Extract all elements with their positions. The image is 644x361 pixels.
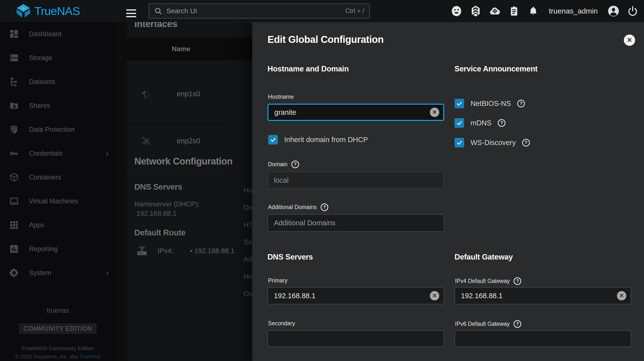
hostname-field-label: Hostname — [268, 94, 294, 100]
ipv4-gateway-input-wrap: ✕ — [454, 287, 631, 304]
global-search[interactable]: Ctrl + / — [149, 4, 370, 19]
dns-servers-section-title: DNS Servers — [268, 253, 313, 261]
domain-field-label: Domain ? — [268, 161, 299, 168]
edit-global-configuration-modal: Edit Global Configuration ✕ Hostname and… — [252, 22, 644, 361]
mdns-help-icon[interactable]: ? — [498, 119, 506, 127]
checkbox-checked-icon[interactable] — [268, 135, 278, 145]
service-announcement-section-title: Service Announcement — [454, 65, 538, 73]
secondary-dns-input[interactable] — [268, 330, 444, 347]
ws-discovery-label: WS-Discovery — [470, 139, 516, 147]
checkbox-checked-icon[interactable] — [454, 138, 464, 148]
ipv4-gateway-help-icon[interactable]: ? — [514, 277, 521, 285]
user-menu-button[interactable] — [608, 5, 620, 17]
mdns-label: mDNS — [470, 119, 492, 127]
clear-ipv4-gateway-icon[interactable]: ✕ — [617, 291, 626, 300]
truenas-screen: Interfaces Name IP A enp1s0 • 19 /2 • fe… — [0, 0, 644, 361]
jobs-button[interactable] — [508, 5, 520, 17]
avatar-icon — [607, 5, 620, 17]
ws-discovery-checkbox-row[interactable]: WS-Discovery ? — [454, 138, 530, 148]
default-gateway-section-title: Default Gateway — [454, 253, 513, 261]
field-label-text: Hostname — [268, 94, 294, 100]
power-button[interactable] — [627, 5, 638, 17]
smiley-icon — [451, 5, 462, 17]
search-input[interactable] — [166, 7, 345, 15]
inherit-domain-label: Inherit domain from DHCP — [284, 136, 368, 144]
search-icon — [154, 7, 162, 15]
feedback-button[interactable] — [450, 5, 462, 17]
clear-hostname-icon[interactable]: ✕ — [430, 108, 439, 117]
primary-dns-input-wrap: ✕ — [268, 287, 444, 304]
ipv4-gateway-field-label: IPv4 Default Gateway ? — [455, 277, 521, 285]
additional-domains-help-icon[interactable]: ? — [321, 203, 328, 211]
menu-toggle-button[interactable] — [126, 9, 136, 17]
topbar: TrueNAS Ctrl + / — [0, 0, 644, 22]
hostname-input[interactable] — [268, 104, 444, 121]
domain-input-wrap — [268, 172, 444, 189]
domain-input[interactable] — [268, 172, 444, 189]
truecommand-button[interactable] — [470, 5, 482, 17]
field-label-text: Secondary — [268, 320, 295, 327]
checkbox-checked-icon[interactable] — [454, 99, 464, 108]
hostname-domain-section-title: Hostname and Domain — [268, 65, 349, 73]
divider — [252, 59, 644, 59]
ipv6-gateway-input[interactable] — [454, 330, 631, 347]
netbios-checkbox-row[interactable]: NetBIOS-NS ? — [454, 99, 525, 108]
domain-help-icon[interactable]: ? — [291, 161, 299, 168]
ws-discovery-help-icon[interactable]: ? — [522, 139, 530, 147]
ix-cloud-button[interactable] — [489, 5, 501, 17]
power-icon — [627, 6, 638, 17]
bell-icon — [528, 5, 539, 17]
close-icon[interactable]: ✕ — [624, 35, 635, 46]
additional-domains-input-wrap — [268, 214, 444, 232]
primary-dns-input[interactable] — [268, 287, 444, 304]
cloud-sync-icon — [489, 5, 501, 17]
field-label-text: Domain — [268, 161, 288, 168]
notifications-button[interactable] — [527, 5, 539, 17]
clipboard-icon — [509, 5, 520, 17]
truenas-logo-icon — [16, 4, 31, 18]
secondary-dns-input-wrap — [268, 330, 444, 347]
field-label-text: Primary — [268, 277, 288, 284]
netbios-help-icon[interactable]: ? — [517, 100, 525, 107]
topbar-actions: truenas_admin — [450, 0, 638, 22]
ipv6-gateway-help-icon[interactable]: ? — [514, 320, 521, 328]
additional-domains-field-label: Additional Domains ? — [268, 203, 328, 211]
inherit-domain-checkbox-row[interactable]: Inherit domain from DHCP — [268, 135, 368, 145]
truenas-logo-text: TrueNAS — [34, 4, 80, 18]
clear-primary-dns-icon[interactable]: ✕ — [430, 291, 439, 300]
stack-layers-icon — [470, 5, 482, 17]
field-label-text: IPv4 Default Gateway — [455, 278, 510, 284]
modal-title: Edit Global Configuration — [268, 34, 384, 45]
username-label[interactable]: truenas_admin — [548, 7, 599, 16]
truenas-logo[interactable]: TrueNAS — [16, 4, 80, 18]
field-label-text: IPv6 Default Gateway — [455, 321, 510, 327]
netbios-label: NetBIOS-NS — [470, 100, 511, 108]
field-label-text: Additional Domains — [268, 204, 317, 211]
ipv4-gateway-input[interactable] — [454, 287, 631, 304]
checkbox-checked-icon[interactable] — [454, 118, 464, 128]
ipv6-gateway-input-wrap — [454, 330, 631, 347]
secondary-dns-field-label: Secondary — [268, 320, 295, 327]
mdns-checkbox-row[interactable]: mDNS ? — [454, 118, 506, 128]
additional-domains-input[interactable] — [268, 214, 444, 232]
ipv6-gateway-field-label: IPv6 Default Gateway ? — [455, 320, 521, 328]
hostname-input-wrap: ✕ — [268, 104, 444, 121]
search-shortcut-hint: Ctrl + / — [345, 7, 364, 15]
primary-dns-field-label: Primary — [268, 277, 288, 284]
